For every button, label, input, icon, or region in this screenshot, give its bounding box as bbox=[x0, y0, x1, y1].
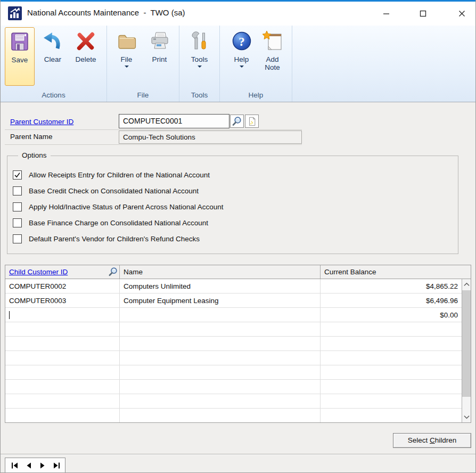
cell-child-customer-id[interactable] bbox=[5, 351, 120, 365]
table-row[interactable]: $0.00 bbox=[5, 308, 462, 322]
last-record-button[interactable] bbox=[50, 461, 63, 470]
cell-child-customer-id[interactable]: COMPUTER0003 bbox=[5, 293, 120, 307]
table-row[interactable] bbox=[5, 322, 462, 337]
scroll-up-button[interactable] bbox=[462, 279, 471, 290]
close-icon bbox=[458, 10, 465, 17]
parent-customer-id-link[interactable]: Parent Customer ID bbox=[10, 118, 73, 126]
table-row[interactable]: COMPUTER0002Computers Unlimited$4,865.22 bbox=[5, 279, 462, 293]
save-label: Save bbox=[12, 56, 28, 64]
cell-current-balance[interactable] bbox=[321, 409, 462, 422]
cell-child-customer-id[interactable] bbox=[5, 308, 120, 322]
undo-arrow-icon bbox=[42, 30, 64, 52]
table-row[interactable] bbox=[5, 337, 462, 351]
file-menu-button[interactable]: File bbox=[112, 27, 142, 86]
option-label: Base Finance Charge on Consolidated Nati… bbox=[29, 219, 208, 227]
cell-current-balance[interactable]: $6,496.96 bbox=[321, 293, 462, 307]
table-row[interactable] bbox=[5, 394, 462, 409]
tools-menu-button[interactable]: Tools bbox=[185, 27, 215, 86]
parent-customer-lookup-button[interactable] bbox=[230, 115, 244, 128]
cell-current-balance[interactable] bbox=[321, 322, 462, 336]
cell-current-balance[interactable] bbox=[321, 394, 462, 408]
cell-name[interactable] bbox=[120, 322, 321, 336]
vertical-scrollbar[interactable] bbox=[462, 279, 471, 422]
cell-name[interactable] bbox=[120, 394, 321, 408]
checkbox-unchecked[interactable] bbox=[13, 234, 22, 243]
option-label: Base Credit Check on Consolidated Nation… bbox=[29, 187, 199, 195]
cell-name[interactable]: Computer Equipment Leasing bbox=[120, 293, 321, 307]
cell-current-balance[interactable] bbox=[321, 351, 462, 365]
column-header-current-balance: Current Balance bbox=[321, 265, 471, 279]
checkbox-unchecked[interactable] bbox=[13, 186, 22, 195]
window-title: National Accounts Maintenance - TWO (sa) bbox=[27, 8, 185, 17]
ribbon-group-label-help: Help bbox=[220, 91, 292, 99]
chevron-down-icon bbox=[464, 415, 470, 419]
cell-name[interactable] bbox=[120, 337, 321, 350]
cell-current-balance[interactable]: $0.00 bbox=[321, 308, 462, 322]
cell-name[interactable] bbox=[120, 351, 321, 365]
add-note-label: Add Note bbox=[260, 55, 285, 71]
cell-child-customer-id[interactable]: COMPUTER0002 bbox=[5, 279, 120, 293]
cell-child-customer-id[interactable] bbox=[5, 409, 120, 422]
cell-current-balance[interactable] bbox=[321, 380, 462, 394]
table-row[interactable] bbox=[5, 351, 462, 365]
close-button[interactable] bbox=[449, 2, 474, 26]
scrollbar-thumb[interactable] bbox=[462, 290, 471, 397]
grid-body: COMPUTER0002Computers Unlimited$4,865.22… bbox=[5, 279, 462, 422]
cell-name[interactable] bbox=[120, 365, 321, 379]
help-button[interactable]: ? Help bbox=[227, 27, 257, 86]
first-record-icon bbox=[11, 462, 19, 469]
table-row[interactable] bbox=[5, 380, 462, 394]
cell-child-customer-id[interactable] bbox=[5, 380, 120, 394]
attach-note-button[interactable] bbox=[245, 115, 259, 128]
table-row[interactable]: COMPUTER0003Computer Equipment Leasing$6… bbox=[5, 293, 462, 308]
add-note-button[interactable]: Add Note bbox=[260, 27, 285, 86]
option-row: Apply Hold/Inactive Status of Parent Acr… bbox=[13, 199, 453, 215]
parent-name-label: Parent Name bbox=[10, 133, 53, 141]
cell-current-balance[interactable]: $4,865.22 bbox=[321, 279, 462, 293]
cell-child-customer-id[interactable] bbox=[5, 394, 120, 408]
cell-child-customer-id[interactable] bbox=[5, 337, 120, 350]
cell-name[interactable] bbox=[120, 308, 321, 322]
first-record-button[interactable] bbox=[9, 461, 22, 470]
option-label: Default Parent's Vendor for Children's R… bbox=[29, 235, 200, 243]
maximize-button[interactable] bbox=[411, 2, 435, 26]
ribbon-group-actions: Save Clear Delete Actions bbox=[1, 26, 107, 102]
option-label: Apply Hold/Inactive Status of Parent Acr… bbox=[29, 203, 223, 211]
table-row[interactable] bbox=[5, 409, 462, 422]
delete-button[interactable]: Delete bbox=[71, 27, 101, 86]
ribbon-group-tools: Tools Tools bbox=[179, 26, 220, 102]
ribbon-group-file: File Print File bbox=[107, 26, 179, 102]
child-customer-id-link[interactable]: Child Customer ID bbox=[9, 268, 68, 276]
chevron-down-icon bbox=[198, 66, 202, 68]
next-record-button[interactable] bbox=[36, 461, 50, 470]
national-accounts-maintenance-window: National Accounts Maintenance - TWO (sa)… bbox=[0, 0, 476, 473]
select-children-button[interactable]: Select Children bbox=[393, 433, 471, 448]
cell-name[interactable] bbox=[120, 380, 321, 394]
child-customer-lookup-button[interactable] bbox=[107, 266, 119, 278]
svg-text:?: ? bbox=[239, 35, 245, 48]
cell-name[interactable] bbox=[120, 409, 321, 422]
previous-record-button[interactable] bbox=[22, 461, 36, 470]
cell-current-balance[interactable] bbox=[321, 365, 462, 379]
cell-child-customer-id[interactable] bbox=[5, 365, 120, 379]
table-row[interactable] bbox=[5, 365, 462, 380]
parent-customer-id-field[interactable]: COMPUTEC0001 bbox=[119, 114, 229, 128]
cell-current-balance[interactable] bbox=[321, 337, 462, 350]
ribbon-group-label-file: File bbox=[107, 91, 179, 99]
save-button[interactable]: Save bbox=[5, 27, 35, 86]
checkbox-unchecked[interactable] bbox=[13, 218, 22, 227]
checkbox-checked[interactable] bbox=[13, 170, 22, 180]
option-row: Default Parent's Vendor for Children's R… bbox=[13, 231, 453, 247]
ribbon-group-help: ? Help Add Note Help bbox=[220, 26, 292, 102]
minimize-button[interactable] bbox=[374, 2, 398, 26]
clear-button[interactable]: Clear bbox=[38, 27, 68, 86]
options-list: Allow Receipts Entry for Children of the… bbox=[13, 167, 453, 247]
print-button[interactable]: Print bbox=[145, 27, 175, 86]
cell-name[interactable]: Computers Unlimited bbox=[120, 279, 321, 293]
note-star-icon bbox=[261, 30, 284, 52]
maximize-icon bbox=[420, 10, 426, 17]
checkbox-unchecked[interactable] bbox=[13, 202, 22, 211]
scroll-down-button[interactable] bbox=[462, 412, 471, 422]
ribbon-toolbar: Save Clear Delete Actions bbox=[1, 26, 476, 102]
cell-child-customer-id[interactable] bbox=[5, 322, 120, 336]
